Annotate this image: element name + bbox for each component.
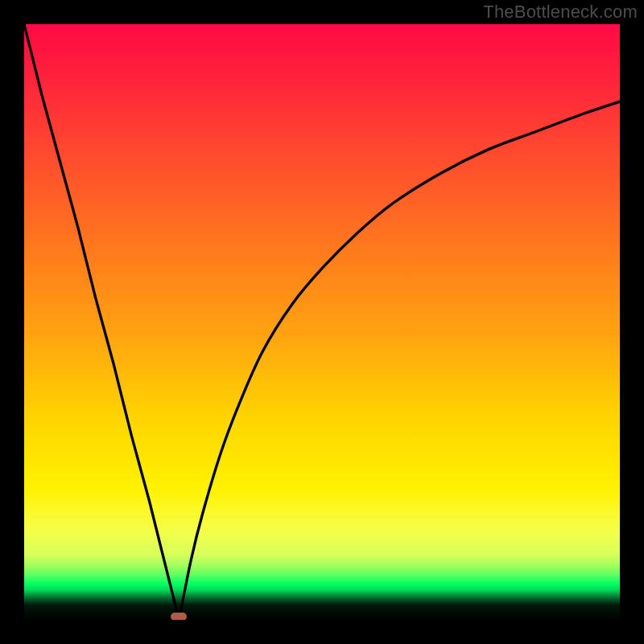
curve-left-branch (24, 24, 179, 620)
minimum-marker (171, 613, 187, 620)
plot-area (24, 24, 620, 620)
watermark-text: TheBottleneck.com (483, 2, 638, 23)
curve-right-branch (179, 101, 620, 620)
bottleneck-curve (24, 24, 620, 620)
chart-frame: TheBottleneck.com (0, 0, 644, 644)
